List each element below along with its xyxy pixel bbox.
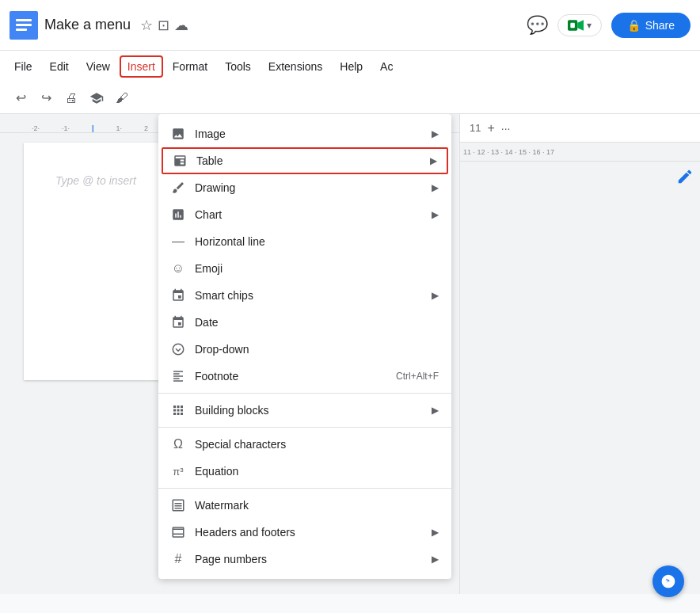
add-tab-button[interactable]: + xyxy=(487,121,494,135)
spellcheck-button[interactable] xyxy=(86,87,108,109)
ruler-mark: 1· xyxy=(116,124,123,132)
emoji-label: Emoji xyxy=(195,262,439,275)
menu-item-building-blocks[interactable]: Building blocks ▶ xyxy=(158,397,451,424)
image-arrow-icon: ▶ xyxy=(432,128,439,139)
title-bar: Make a menu ☆ ⊡ ☁ 💬 ▾ 🔒 Share xyxy=(0,0,700,51)
header-right: 💬 ▾ 🔒 Share xyxy=(527,13,690,38)
fab-button[interactable] xyxy=(652,565,684,597)
menu-edit[interactable]: Edit xyxy=(42,55,77,78)
headers-footers-label: Headers and footers xyxy=(195,526,422,539)
headers-footers-arrow-icon: ▶ xyxy=(432,527,439,538)
chart-icon xyxy=(171,208,185,222)
headers-footers-icon xyxy=(171,525,185,539)
svg-marker-5 xyxy=(577,20,584,30)
chart-arrow-icon: ▶ xyxy=(432,209,439,220)
share-button[interactable]: 🔒 Share xyxy=(611,13,690,38)
menu-item-smart-chips[interactable]: Smart chips ▶ xyxy=(158,282,451,309)
menu-section-3: Ω Special characters π³ Equation xyxy=(158,428,451,489)
menu-extensions[interactable]: Extensions xyxy=(261,55,330,78)
star-icon[interactable]: ☆ xyxy=(140,17,153,34)
gdocs-logo-icon xyxy=(10,11,38,40)
menu-item-image[interactable]: Image ▶ xyxy=(158,120,451,147)
menu-file[interactable]: File xyxy=(6,55,40,78)
footnote-icon xyxy=(171,369,185,383)
image-icon xyxy=(171,127,185,141)
special-characters-label: Special characters xyxy=(195,438,439,451)
menu-format[interactable]: Format xyxy=(165,55,215,78)
comments-icon[interactable]: 💬 xyxy=(527,15,548,36)
footnote-shortcut: Ctrl+Alt+F xyxy=(396,371,439,382)
folder-icon[interactable]: ⊡ xyxy=(158,17,169,34)
svg-rect-3 xyxy=(16,29,27,31)
menu-item-table[interactable]: Table ▶ xyxy=(162,147,448,174)
drawing-arrow-icon: ▶ xyxy=(432,182,439,193)
table-label: Table xyxy=(196,154,420,167)
menu-bar: File Edit View Insert Format Tools Exten… xyxy=(0,51,700,82)
dropdown-icon xyxy=(171,342,185,356)
watermark-icon xyxy=(171,498,185,512)
insert-dropdown: Image ▶ Table ▶ xyxy=(158,114,451,579)
share-label: Share xyxy=(645,19,675,32)
ruler-mark: ·2· xyxy=(32,124,40,132)
right-content xyxy=(460,162,700,594)
date-label: Date xyxy=(195,316,439,329)
menu-item-page-numbers[interactable]: # Page numbers ▶ xyxy=(158,546,451,573)
building-blocks-arrow-icon: ▶ xyxy=(432,405,439,416)
spellcheck-icon xyxy=(89,91,104,105)
smart-chips-label: Smart chips xyxy=(195,289,422,302)
footnote-label: Footnote xyxy=(195,370,386,383)
dropdown-menu: Image ▶ Table ▶ xyxy=(158,114,451,579)
tab-11[interactable]: 11 xyxy=(470,122,481,134)
paint-format-button[interactable]: 🖌 xyxy=(111,87,133,109)
menu-item-equation[interactable]: π³ Equation xyxy=(158,458,451,485)
print-button[interactable]: 🖨 xyxy=(60,87,82,109)
right-ruler: 11 · 12 · 13 · 14 · 15 · 16 · 17 xyxy=(460,143,700,162)
menu-tools[interactable]: Tools xyxy=(217,55,259,78)
dropdown-label: Drop-down xyxy=(195,343,439,356)
ruler-mark: | xyxy=(92,124,94,132)
menu-item-watermark[interactable]: Watermark xyxy=(158,492,451,519)
menu-item-date[interactable]: Date xyxy=(158,309,451,336)
menu-item-headers-footers[interactable]: Headers and footers ▶ xyxy=(158,519,451,546)
more-tabs-icon[interactable]: ··· xyxy=(501,122,511,135)
image-label: Image xyxy=(195,128,422,140)
svg-point-7 xyxy=(173,344,184,355)
equation-label: Equation xyxy=(195,465,439,478)
toolbar: ↩ ↪ 🖨 🖌 xyxy=(0,82,700,114)
date-icon xyxy=(171,315,185,329)
lock-icon: 🔒 xyxy=(627,19,641,32)
edit-button[interactable] xyxy=(676,168,694,188)
undo-button[interactable]: ↩ xyxy=(10,87,32,109)
menu-section-4: Watermark Headers and footers ▶ # Page n… xyxy=(158,489,451,576)
emoji-icon: ☺ xyxy=(171,261,185,276)
menu-item-chart[interactable]: Chart ▶ xyxy=(158,201,451,228)
page-numbers-icon: # xyxy=(171,552,185,566)
special-characters-icon: Ω xyxy=(171,437,185,451)
menu-item-dropdown[interactable]: Drop-down xyxy=(158,336,451,363)
svg-rect-2 xyxy=(16,24,32,26)
menu-help[interactable]: Help xyxy=(332,55,371,78)
building-blocks-label: Building blocks xyxy=(195,404,422,417)
meet-button[interactable]: ▾ xyxy=(557,14,602,36)
menu-ac[interactable]: Ac xyxy=(372,55,401,78)
menu-item-footnote[interactable]: Footnote Ctrl+Alt+F xyxy=(158,363,451,390)
horizontal-line-label: Horizontal line xyxy=(195,235,439,248)
menu-item-emoji[interactable]: ☺ Emoji xyxy=(158,255,451,282)
redo-button[interactable]: ↪ xyxy=(35,87,57,109)
menu-item-special-characters[interactable]: Ω Special characters xyxy=(158,431,451,458)
smart-chips-icon xyxy=(171,288,185,303)
menu-insert[interactable]: Insert xyxy=(120,55,163,78)
smart-chips-arrow-icon: ▶ xyxy=(432,290,439,301)
watermark-label: Watermark xyxy=(195,499,439,512)
chart-label: Chart xyxy=(195,208,422,221)
menu-section-1: Image ▶ Table ▶ xyxy=(158,117,451,394)
menu-item-horizontal-line[interactable]: — Horizontal line xyxy=(158,228,451,255)
building-blocks-icon xyxy=(171,403,185,417)
meet-chevron-icon: ▾ xyxy=(587,20,592,31)
table-arrow-icon: ▶ xyxy=(430,155,437,166)
page-numbers-label: Page numbers xyxy=(195,553,422,565)
cloud-icon[interactable]: ☁ xyxy=(174,17,188,34)
menu-view[interactable]: View xyxy=(78,55,118,78)
svg-rect-6 xyxy=(570,22,575,28)
menu-item-drawing[interactable]: Drawing ▶ xyxy=(158,174,451,201)
